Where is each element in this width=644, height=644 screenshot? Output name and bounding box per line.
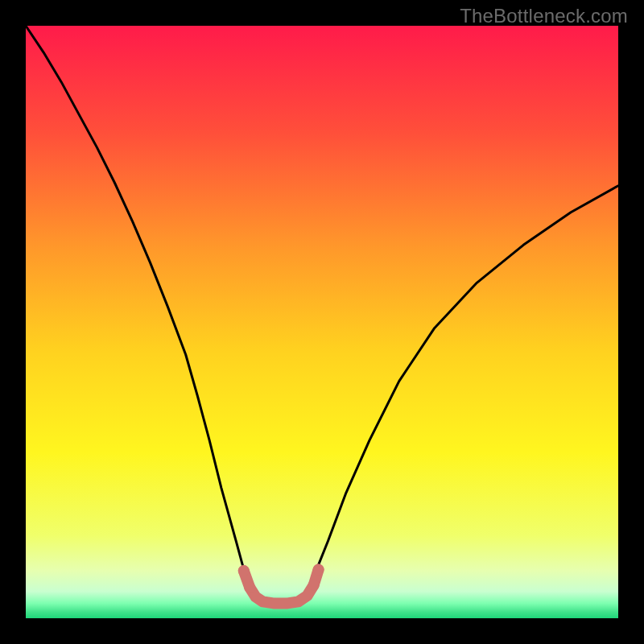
- svg-point-1: [244, 582, 255, 593]
- svg-point-0: [238, 565, 250, 576]
- svg-point-2: [308, 580, 320, 591]
- bottleneck-chart: [0, 0, 644, 644]
- watermark-text: TheBottleneck.com: [460, 5, 628, 27]
- chart-frame: TheBottleneck.com: [0, 0, 644, 644]
- svg-point-3: [313, 564, 324, 576]
- plot-background: [26, 26, 618, 618]
